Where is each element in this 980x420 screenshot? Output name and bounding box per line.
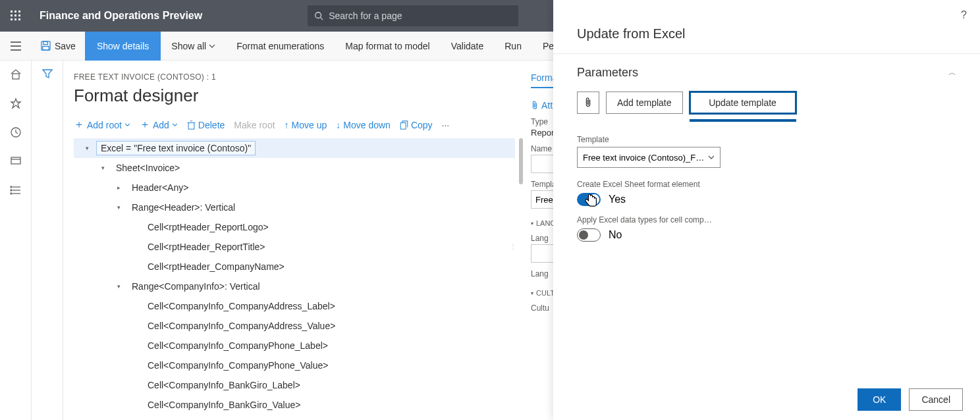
app-title: Finance and Operations Preview xyxy=(40,10,202,22)
home-icon[interactable] xyxy=(10,68,22,83)
tree-node[interactable]: ▸Header<Any> xyxy=(74,178,515,197)
tree-node-label: Range<Header>: Vertical xyxy=(128,201,239,214)
waffle-icon[interactable] xyxy=(0,0,32,32)
attachment-icon xyxy=(531,101,539,110)
copy-icon xyxy=(400,120,408,130)
svg-rect-1 xyxy=(14,11,16,13)
create-sheet-toggle[interactable] xyxy=(577,193,601,206)
tree-node[interactable]: Cell<rptHeader_ReportLogo> xyxy=(74,217,515,237)
svg-point-9 xyxy=(315,13,321,18)
validate-button[interactable]: Validate xyxy=(441,32,495,61)
add-root-button[interactable]: ＋Add root xyxy=(74,118,130,132)
run-button[interactable]: Run xyxy=(494,32,532,61)
tree-node[interactable]: Cell<rptHeader_CompanyName> xyxy=(74,257,515,276)
svg-rect-17 xyxy=(13,74,19,79)
tree-node-label: Cell<CompanyInfo_CompanyAddress_Label> xyxy=(144,300,339,313)
panel-footer: OK Cancel xyxy=(553,379,980,420)
svg-point-26 xyxy=(11,190,12,191)
help-icon[interactable]: ? xyxy=(961,9,967,21)
chevron-down-icon xyxy=(708,155,715,159)
breadcrumb: FREE TEXT INVOICE (CONTOSO) : 1 xyxy=(74,72,515,82)
svg-rect-8 xyxy=(18,18,20,20)
show-all-button[interactable]: Show all xyxy=(161,32,226,61)
tree-node-label: Cell<rptHeader_ReportLogo> xyxy=(144,221,273,234)
add-template-button[interactable]: Add template xyxy=(606,92,683,114)
tree-node-label: Header<Any> xyxy=(128,181,192,194)
chevron-up-icon[interactable]: ︿ xyxy=(948,67,956,78)
svg-rect-3 xyxy=(11,14,13,16)
save-icon xyxy=(41,41,51,51)
tree-node[interactable]: ▾Sheet<Invoice> xyxy=(74,158,515,178)
left-nav xyxy=(0,61,32,420)
clock-icon[interactable] xyxy=(10,126,22,141)
parameters-header[interactable]: Parameters ︿ xyxy=(577,66,956,80)
update-template-button[interactable]: Update template xyxy=(690,92,796,114)
copy-button[interactable]: Copy xyxy=(400,120,433,130)
search-placeholder: Search for a page xyxy=(329,11,402,21)
apply-types-value: No xyxy=(609,229,622,241)
more-button[interactable]: ··· xyxy=(442,120,450,130)
tree-node-label: Range<CompanyInfo>: Vertical xyxy=(128,280,264,293)
chevron-down-icon xyxy=(209,44,215,48)
tree-node[interactable]: Cell<CompanyInfo_BankGiro_Label> xyxy=(74,375,515,395)
apply-types-label: Apply Excel data types for cell comp… xyxy=(577,215,956,224)
delete-button[interactable]: Delete xyxy=(187,120,225,130)
tree-toolbar: ＋Add root ＋Add Delete Make root ↑Move up… xyxy=(74,118,515,132)
tree-node[interactable]: Cell<CompanyInfo_CompanyPhone_Label> xyxy=(74,336,515,355)
svg-rect-20 xyxy=(11,157,20,164)
svg-rect-32 xyxy=(400,122,406,129)
tree-node[interactable]: Cell<CompanyInfo_CompanyAddress_Value> xyxy=(74,316,515,336)
tree-node-label: Cell<CompanyInfo_CompanyPhone_Value> xyxy=(144,359,332,372)
tree-toggle-icon[interactable]: ▾ xyxy=(97,165,108,171)
save-button[interactable]: Save xyxy=(32,32,85,61)
search-input[interactable]: Search for a page xyxy=(308,5,518,26)
tree-node[interactable]: ▾Range<CompanyInfo>: Vertical xyxy=(74,276,515,296)
star-icon[interactable] xyxy=(10,97,22,112)
ok-button[interactable]: OK xyxy=(858,388,901,411)
create-sheet-label: Create Excel Sheet format element xyxy=(577,180,956,189)
format-tree: ▾Excel = "Free text invoice (Contoso)"▾S… xyxy=(74,138,515,415)
filter-column xyxy=(32,61,63,420)
apply-types-toggle[interactable] xyxy=(577,228,601,242)
tree-node[interactable]: Cell<CompanyInfo_BankGiro_Value> xyxy=(74,395,515,415)
tree-node-label: Excel = "Free text invoice (Contoso)" xyxy=(96,141,256,155)
svg-rect-0 xyxy=(11,11,13,13)
map-format-button[interactable]: Map format to model xyxy=(335,32,440,61)
chevron-down-icon xyxy=(124,123,130,126)
attachment-button[interactable] xyxy=(577,92,599,114)
update-template-underline xyxy=(690,119,796,122)
chevron-down-icon xyxy=(172,123,178,126)
page-title: Format designer xyxy=(74,86,515,106)
tree-node[interactable]: Cell<rptHeader_ReportTitle> xyxy=(74,237,515,257)
update-from-excel-panel: ? Update from Excel Parameters ︿ Add tem… xyxy=(553,0,980,420)
tree-node-label: Cell<CompanyInfo_BankGiro_Label> xyxy=(144,379,304,392)
show-details-button[interactable]: Show details xyxy=(85,32,161,61)
filter-icon[interactable] xyxy=(42,68,53,420)
add-button[interactable]: ＋Add xyxy=(140,118,178,132)
format-enumerations-button[interactable]: Format enumerations xyxy=(226,32,335,61)
tree-toggle-icon[interactable]: ▾ xyxy=(82,145,92,151)
tree-node[interactable]: ▾Excel = "Free text invoice (Contoso)" xyxy=(74,138,515,158)
template-field-label: Template xyxy=(577,135,956,144)
tree-node[interactable]: Cell<CompanyInfo_CompanyAddress_Label> xyxy=(74,296,515,316)
tree-toggle-icon[interactable]: ▾ xyxy=(113,204,124,211)
tree-node-label: Cell<CompanyInfo_CompanyPhone_Label> xyxy=(144,339,332,352)
tree-toggle-icon[interactable]: ▾ xyxy=(113,283,124,290)
workspace-icon[interactable] xyxy=(10,155,22,170)
hamburger-icon[interactable] xyxy=(0,41,32,51)
cancel-button[interactable]: Cancel xyxy=(909,388,963,411)
tree-node[interactable]: ▾Range<Header>: Vertical xyxy=(74,197,515,217)
tree-node-label: Sheet<Invoice> xyxy=(112,161,184,174)
make-root-button: Make root xyxy=(234,120,275,130)
template-dropdown[interactable]: Free text invoice (Contoso)_F… xyxy=(577,147,721,168)
scrollbar-thumb[interactable] xyxy=(519,138,523,184)
search-icon xyxy=(314,11,323,20)
svg-marker-28 xyxy=(43,70,52,78)
tree-toggle-icon[interactable]: ▸ xyxy=(113,184,124,191)
move-up-button[interactable]: ↑Move up xyxy=(285,120,327,130)
move-down-button[interactable]: ↓Move down xyxy=(336,120,391,130)
tree-node-label: Cell<CompanyInfo_CompanyAddress_Value> xyxy=(144,319,339,332)
list-icon[interactable] xyxy=(10,184,22,199)
tree-node[interactable]: Cell<CompanyInfo_CompanyPhone_Value> xyxy=(74,355,515,375)
attachment-icon xyxy=(584,97,592,108)
